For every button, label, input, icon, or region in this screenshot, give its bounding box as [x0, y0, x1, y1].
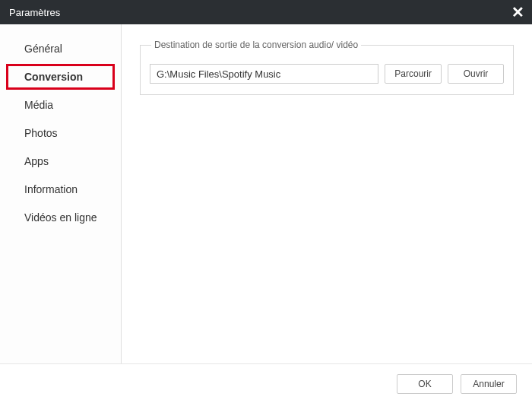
sidebar-item-videos-en-ligne[interactable]: Vidéos en ligne: [6, 205, 115, 230]
destination-legend: Destination de sortie de la conversion a…: [151, 40, 361, 50]
titlebar: Paramètres ✕: [0, 0, 532, 24]
body: Général Conversion Média Photos Apps Inf…: [0, 24, 532, 363]
sidebar-item-conversion[interactable]: Conversion: [6, 64, 115, 90]
destination-row: Parcourir Ouvrir: [150, 64, 504, 84]
destination-path-input[interactable]: [150, 64, 378, 84]
ok-button[interactable]: OK: [397, 374, 453, 394]
destination-group: Destination de sortie de la conversion a…: [140, 40, 514, 95]
browse-button[interactable]: Parcourir: [385, 64, 442, 84]
sidebar-item-apps[interactable]: Apps: [6, 148, 115, 174]
sidebar-item-media[interactable]: Média: [6, 92, 115, 118]
footer: OK Annuler: [0, 363, 532, 403]
sidebar: Général Conversion Média Photos Apps Inf…: [0, 24, 122, 363]
sidebar-item-general[interactable]: Général: [6, 36, 115, 62]
open-button[interactable]: Ouvrir: [448, 64, 504, 84]
sidebar-item-information[interactable]: Information: [6, 176, 115, 202]
close-icon[interactable]: ✕: [511, 5, 524, 20]
cancel-button[interactable]: Annuler: [461, 374, 517, 394]
window-title: Paramètres: [9, 7, 60, 18]
sidebar-item-photos[interactable]: Photos: [6, 120, 115, 146]
content-pane: Destination de sortie de la conversion a…: [122, 24, 532, 363]
